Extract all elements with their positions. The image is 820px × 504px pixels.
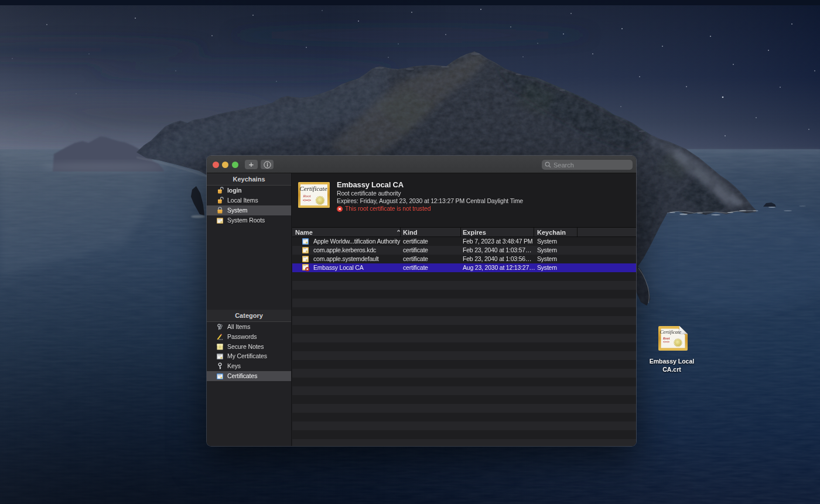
svg-text:Certificate: Certificate — [299, 185, 327, 192]
svg-text:Certificate: Certificate — [660, 329, 682, 335]
svg-text:Root: Root — [662, 337, 670, 340]
svg-text:Root: Root — [302, 194, 311, 198]
